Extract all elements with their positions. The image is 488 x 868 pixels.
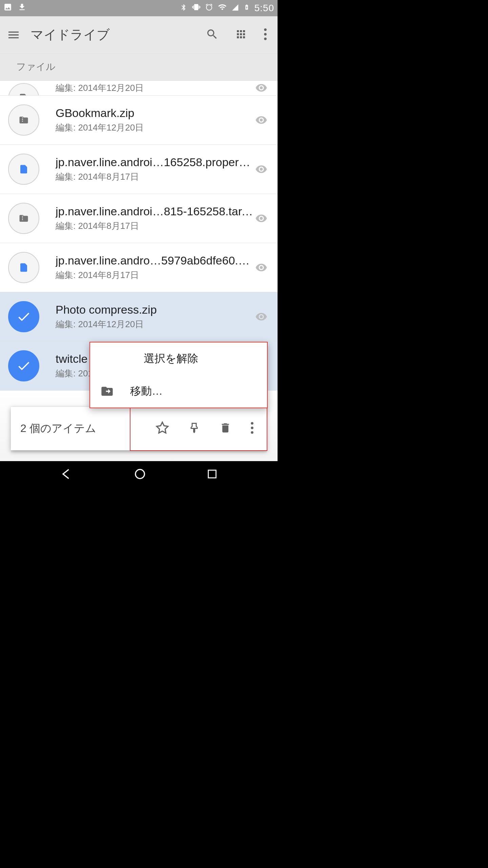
bluetooth-icon [180, 3, 187, 14]
file-name: jp.naver.line.androi…165258.properties [56, 156, 253, 169]
alarm-icon [205, 3, 213, 14]
vibrate-icon [192, 3, 200, 14]
section-header: ファイル [0, 54, 278, 81]
visibility-icon[interactable] [253, 212, 269, 224]
search-icon[interactable] [206, 28, 219, 42]
list-item[interactable]: Photo compress.zip 編集: 2014年12月20日 [0, 292, 278, 341]
list-item[interactable]: GBookmark.zip 編集: 2014年12月20日 [0, 96, 278, 145]
file-meta: 編集: 2014年12月20日 [56, 82, 253, 94]
section-label: ファイル [16, 60, 56, 73]
photo-icon [3, 3, 12, 14]
menu-item-label: 選択を解除 [144, 351, 198, 366]
download-icon [18, 3, 26, 14]
file-icon[interactable] [8, 154, 39, 185]
menu-item-deselect[interactable]: 選択を解除 [90, 342, 267, 375]
folder-move-icon [100, 384, 121, 398]
file-meta: 編集: 2014年8月17日 [56, 269, 253, 281]
list-item[interactable]: jp.naver.line.androi…165258.properties 編… [0, 145, 278, 194]
file-name: jp.naver.line.androi…815-165258.tar.gz [56, 205, 253, 218]
context-menu: 選択を解除 移動… [89, 342, 268, 408]
list-item[interactable]: 編集: 2014年12月20日 [0, 81, 278, 96]
recents-button[interactable] [206, 468, 218, 481]
file-name: Photo compress.zip [56, 303, 253, 316]
svg-point-2 [264, 37, 267, 40]
home-button[interactable] [133, 467, 147, 482]
file-name: GBookmark.zip [56, 106, 253, 120]
overflow-icon[interactable] [263, 28, 267, 42]
menu-icon[interactable] [7, 28, 20, 42]
pin-icon[interactable] [188, 422, 200, 435]
status-bar: 5:50 [0, 0, 278, 16]
visibility-icon[interactable] [253, 311, 269, 323]
grid-view-icon[interactable] [235, 28, 247, 42]
file-name: jp.naver.line.andro…5979ab6dfe60.apk [56, 254, 253, 267]
file-meta: 編集: 2014年12月20日 [56, 318, 253, 330]
more-icon[interactable] [250, 422, 254, 435]
list-item[interactable]: jp.naver.line.androi…815-165258.tar.gz 編… [0, 194, 278, 243]
app-bar: マイドライブ [0, 16, 278, 54]
android-nav-bar [0, 461, 278, 488]
selected-check-icon[interactable] [8, 301, 39, 332]
file-meta: 編集: 2014年12月20日 [56, 122, 253, 134]
svg-point-3 [251, 422, 253, 425]
svg-point-5 [251, 431, 253, 434]
visibility-icon[interactable] [253, 82, 269, 94]
back-button[interactable] [60, 467, 73, 482]
svg-point-4 [251, 427, 253, 429]
file-meta: 編集: 2014年8月17日 [56, 171, 253, 183]
file-icon[interactable] [8, 252, 39, 283]
visibility-icon[interactable] [253, 261, 269, 274]
status-clock: 5:50 [255, 3, 274, 14]
zip-icon[interactable] [8, 104, 39, 136]
selected-check-icon[interactable] [8, 350, 39, 381]
visibility-icon[interactable] [253, 163, 269, 175]
zip-icon[interactable] [8, 203, 39, 234]
file-meta: 編集: 2014年8月17日 [56, 220, 253, 232]
trash-icon[interactable] [219, 422, 231, 435]
star-icon[interactable] [156, 421, 169, 436]
battery-icon [244, 3, 250, 14]
wifi-icon [218, 3, 227, 14]
svg-point-6 [135, 470, 144, 479]
menu-item-move[interactable]: 移動… [90, 375, 267, 408]
list-item[interactable]: jp.naver.line.andro…5979ab6dfe60.apk 編集:… [0, 243, 278, 292]
svg-point-0 [264, 28, 267, 31]
visibility-icon[interactable] [253, 114, 269, 126]
file-icon[interactable] [8, 83, 39, 96]
selection-count: 2 個のアイテム [20, 421, 156, 436]
svg-rect-7 [208, 470, 216, 478]
selection-action-bar: 2 個のアイテム [11, 407, 267, 450]
svg-point-1 [264, 33, 267, 36]
signal-icon [231, 3, 239, 14]
menu-item-label: 移動… [130, 384, 163, 399]
page-title: マイドライブ [30, 26, 206, 43]
